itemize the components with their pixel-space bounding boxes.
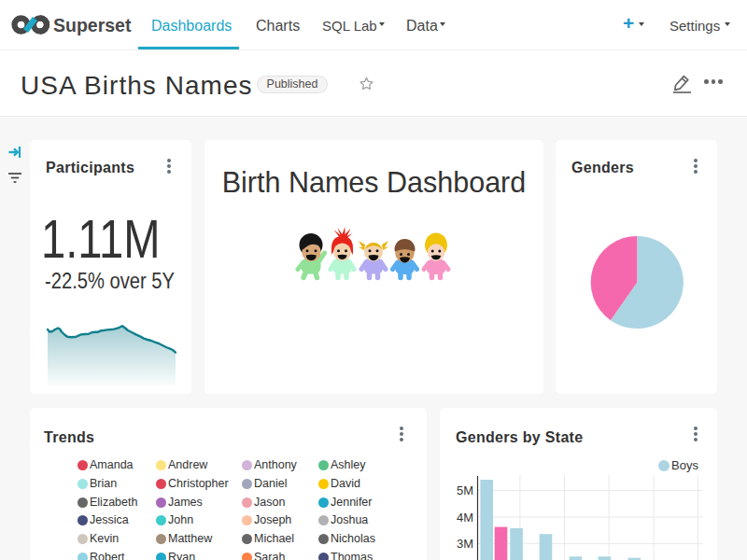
svg-text:5M: 5M bbox=[457, 483, 473, 497]
svg-text:4M: 4M bbox=[457, 511, 473, 525]
svg-text:3M: 3M bbox=[457, 537, 473, 551]
